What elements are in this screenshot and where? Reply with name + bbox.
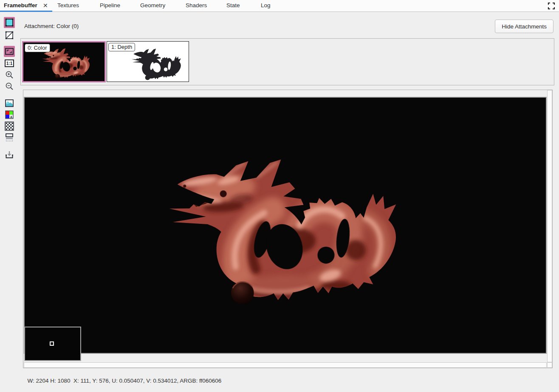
vertical-scrollbar[interactable] — [547, 90, 552, 362]
color-channels-icon[interactable] — [4, 17, 15, 28]
actual-size-icon[interactable]: 1:1 — [4, 58, 15, 69]
save-icon[interactable] — [4, 149, 15, 160]
hide-attachments-button[interactable]: Hide Attachments — [495, 20, 553, 33]
tab-textures[interactable]: Textures — [57, 0, 79, 11]
histogram-icon[interactable] — [4, 98, 15, 109]
status-bar: W: 2204 H: 1080 X: 111, Y: 576, U: 0.050… — [24, 371, 221, 384]
active-tab-indicator — [0, 11, 52, 12]
alpha-channel-icon[interactable] — [4, 30, 15, 41]
pixel-context-preview — [24, 327, 81, 361]
thumbnail-color-label: 0: Color — [25, 44, 50, 52]
zoom-in-icon[interactable] — [4, 69, 15, 80]
rgba-split-icon[interactable]: A — [4, 109, 15, 120]
dragon-render — [25, 98, 546, 353]
status-text: W: 2204 H: 1080 X: 111, Y: 576, U: 0.050… — [28, 378, 222, 384]
tab-shaders[interactable]: Shaders — [186, 0, 207, 11]
svg-text:A: A — [10, 116, 12, 118]
tab-pipeline[interactable]: Pipeline — [100, 0, 120, 11]
thumbnail-depth-label: 1: Depth — [108, 43, 135, 51]
tab-close-icon[interactable]: ✕ — [43, 0, 48, 11]
tab-geometry[interactable]: Geometry — [140, 0, 165, 11]
fit-to-window-icon[interactable] — [4, 46, 15, 57]
zoom-out-icon[interactable] — [4, 81, 15, 92]
attachment-label: Attachment: Color (0) — [24, 23, 79, 29]
thumbnail-color[interactable]: 0: Color — [22, 41, 106, 82]
tab-bar: Framebuffer ✕ Textures Pipeline Geometry… — [0, 0, 559, 12]
tab-framebuffer[interactable]: Framebuffer — [4, 0, 37, 11]
checker-background-icon[interactable] — [4, 121, 15, 132]
tab-state[interactable]: State — [226, 0, 240, 11]
svg-text:1:1: 1:1 — [6, 61, 13, 66]
scrollbar-corner — [547, 362, 552, 368]
thumbnail-depth[interactable]: 1: Depth — [107, 41, 189, 82]
fullscreen-icon[interactable] — [548, 2, 555, 10]
pixel-cursor-marker — [50, 341, 54, 346]
tab-log[interactable]: Log — [261, 0, 271, 11]
horizontal-scrollbar[interactable] — [24, 362, 547, 368]
framebuffer-viewport — [23, 90, 553, 368]
attachments-strip: 0: Color 1: Depth — [20, 38, 554, 85]
framebuffer-image[interactable] — [24, 97, 547, 354]
flatten-icon[interactable] — [4, 132, 15, 143]
